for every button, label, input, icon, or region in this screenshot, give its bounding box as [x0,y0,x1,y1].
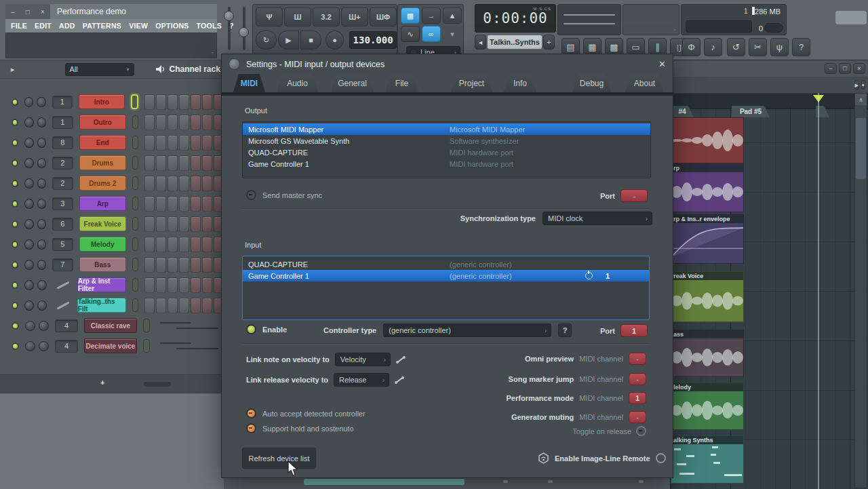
step-button[interactable] [167,94,178,110]
playlist-clip-5[interactable]: ass [671,330,744,377]
enable-led[interactable] [246,324,256,334]
volume-knob[interactable] [37,199,47,209]
channel-button-bass[interactable]: Bass [79,257,126,272]
tab-debug[interactable]: Debug [572,74,611,92]
step-button[interactable] [179,115,189,130]
undo-icon[interactable]: ↺ [727,38,745,56]
pan-knob[interactable] [24,260,34,270]
step-button[interactable] [191,176,201,191]
menu-item-view[interactable]: VIEW [129,22,148,30]
remote-toggle[interactable] [656,453,666,463]
pan-knob[interactable] [24,199,34,209]
channel-led[interactable] [12,302,18,309]
channel-led[interactable] [12,200,18,208]
step-button[interactable] [167,277,178,293]
pan-knob[interactable] [24,280,34,290]
output-device-row[interactable]: QUAD-CAPTUREMIDI hardware port [243,146,650,158]
channel-led[interactable] [12,343,19,350]
step-button[interactable] [144,115,155,130]
tab-info[interactable]: Info [504,74,536,92]
channel-led[interactable] [12,139,18,146]
step-button[interactable] [167,135,178,151]
step-button[interactable] [202,176,212,191]
step-button[interactable] [202,298,212,313]
stop-button[interactable]: ■ [300,31,321,50]
volume-knob[interactable] [37,158,47,168]
sync-type-dropdown[interactable]: MIDI clock› [542,212,652,225]
scrollbar-thumb[interactable] [856,118,866,179]
channel-button-melody[interactable]: Melody [79,237,126,252]
step-button[interactable] [167,237,178,252]
step-button[interactable] [191,298,201,313]
master-sync-port-box[interactable]: - [620,189,648,202]
playlist-maximize-icon[interactable]: □ [839,63,851,74]
channel-led[interactable] [12,119,18,126]
channel-mute-pill[interactable] [132,278,138,292]
volume-knob[interactable] [37,138,47,148]
step-button[interactable] [202,155,212,171]
step-button[interactable] [167,216,178,232]
typing-keyboard-icon[interactable]: Ψ [256,7,283,26]
channel-led[interactable] [12,261,18,269]
output-device-row[interactable]: Microsoft MIDI MapperMicrosoft MIDI Mapp… [243,123,650,135]
channel-number[interactable]: 6 [52,218,73,231]
step-button[interactable] [156,277,166,293]
metronome-wait-icon[interactable]: Ш [284,7,311,26]
step-button[interactable] [167,196,178,212]
channel-mute-pill[interactable] [132,237,138,251]
pattern-add-button[interactable]: + [543,35,555,50]
step-button[interactable] [156,115,166,130]
step-button[interactable] [144,155,155,171]
volume-knob[interactable] [37,260,47,270]
volume-knob[interactable] [37,117,47,128]
input-device-row[interactable]: Game Controller 1(generic controller)1 [243,270,649,281]
channel-mute-pill[interactable] [132,156,138,170]
channel-button-outro[interactable]: Outro [79,115,126,130]
channel-number[interactable]: 2 [52,177,73,190]
step-button[interactable] [202,257,212,273]
touch-controller-icon[interactable]: ♪ [704,38,722,56]
step-button[interactable] [191,216,201,232]
channel-button-drums[interactable]: Drums [79,155,126,170]
pan-knob[interactable] [25,341,35,351]
channel-button-decimate-voice[interactable]: Decimate voice [84,338,137,353]
link-target-icon[interactable] [57,281,70,289]
mic-icon[interactable]: ψ [770,38,789,56]
channel-mute-pill[interactable] [132,176,138,190]
tab-audio[interactable]: Audio [277,74,318,92]
playlist-clip-1[interactable] [671,117,744,163]
pan-knob[interactable] [24,219,34,229]
pan-knob[interactable] [24,178,34,189]
playlist-menu-button[interactable]: ▸ [854,80,860,90]
step-button[interactable] [156,237,166,252]
step-button[interactable] [179,135,189,151]
channel-mute-pill[interactable] [132,136,138,149]
link-jack-icon[interactable] [395,375,405,385]
help-icon[interactable]: ? [792,38,810,56]
channel-number[interactable]: 4 [55,319,78,332]
master-volume-knob[interactable] [224,11,234,21]
menu-item-file[interactable]: FILE [11,22,27,30]
channel-led[interactable] [12,98,18,106]
playlist-ruler[interactable] [671,94,868,109]
step-button[interactable] [191,155,201,171]
step-button[interactable] [191,196,201,212]
step-button[interactable] [144,257,155,273]
play-button[interactable]: ▶ [278,31,299,50]
playlist-titlebar[interactable]: – □ × [671,60,868,77]
step-button[interactable] [179,237,189,252]
step-button[interactable] [191,94,201,110]
step-button[interactable] [156,257,166,273]
step-button[interactable] [144,176,155,191]
step-button[interactable] [156,94,166,110]
channel-number[interactable]: 2 [52,157,73,170]
master-pitch-knob[interactable] [239,27,249,37]
step-button[interactable] [202,115,212,130]
step-button[interactable] [202,94,212,110]
time-signature-display[interactable]: 3.2 [313,7,340,26]
channel-mute-pill[interactable] [143,319,150,332]
caret-down-icon[interactable]: ▾ [443,26,462,42]
step-button[interactable] [191,135,201,151]
channel-mute-pill[interactable] [143,339,150,353]
channel-mute-pill[interactable] [132,258,138,271]
